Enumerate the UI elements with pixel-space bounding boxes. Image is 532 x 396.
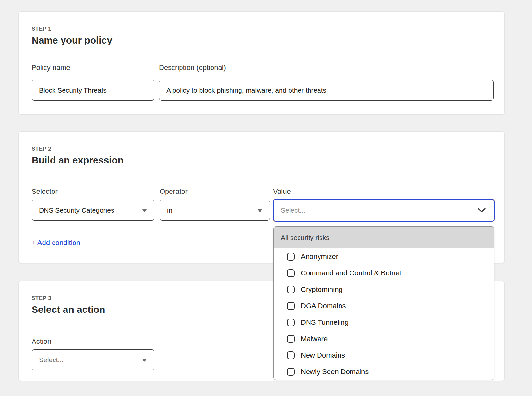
- policy-name-input[interactable]: [32, 80, 154, 101]
- dropdown-option-all-security-risks[interactable]: All security risks: [274, 227, 494, 248]
- option-label: DNS Tunneling: [301, 318, 349, 327]
- caret-down-icon: [257, 209, 262, 212]
- action-select-placeholder: Select...: [39, 356, 64, 364]
- caret-down-icon: [142, 209, 147, 212]
- operator-select-value: in: [167, 206, 172, 214]
- description-input[interactable]: [159, 80, 494, 101]
- step1-label: STEP 1: [32, 26, 51, 32]
- dropdown-option[interactable]: DNS Tunneling: [274, 314, 494, 331]
- checkbox[interactable]: [287, 253, 295, 261]
- checkbox[interactable]: [287, 319, 295, 326]
- dropdown-option[interactable]: Malware: [274, 331, 494, 347]
- step2-label: STEP 2: [32, 146, 51, 152]
- value-dropdown-panel: All security risks Anonymizer Command an…: [273, 226, 494, 380]
- step1-card: STEP 1 Name your policy Policy name Desc…: [18, 11, 505, 115]
- option-label: New Domains: [301, 351, 345, 360]
- selector-label: Selector: [32, 187, 58, 196]
- caret-down-icon: [142, 359, 147, 362]
- dropdown-option[interactable]: Anonymizer: [274, 248, 494, 265]
- operator-label: Operator: [160, 187, 188, 196]
- policy-builder-page: STEP 1 Name your policy Policy name Desc…: [0, 0, 532, 396]
- step1-title: Name your policy: [32, 35, 112, 46]
- value-select[interactable]: Select...: [273, 199, 495, 222]
- action-label: Action: [32, 337, 51, 346]
- option-label: Malware: [301, 335, 328, 343]
- dropdown-option[interactable]: Cryptomining: [274, 281, 494, 298]
- checkbox[interactable]: [287, 302, 295, 310]
- dropdown-option[interactable]: Command and Control & Botnet: [274, 265, 494, 281]
- checkbox[interactable]: [287, 335, 295, 343]
- add-condition-link[interactable]: + Add condition: [32, 239, 80, 247]
- value-label: Value: [273, 187, 291, 196]
- checkbox[interactable]: [287, 351, 295, 359]
- option-label: Anonymizer: [301, 252, 338, 261]
- dropdown-option[interactable]: Newly Seen Domains: [274, 363, 494, 380]
- chevron-down-icon: [478, 208, 486, 213]
- option-label: Cryptomining: [301, 285, 343, 294]
- step2-title: Build an expression: [32, 155, 123, 166]
- option-label: Newly Seen Domains: [301, 368, 369, 376]
- option-label: Command and Control & Botnet: [301, 269, 401, 277]
- policy-name-label: Policy name: [32, 64, 70, 72]
- value-select-placeholder: Select...: [281, 206, 305, 214]
- selector-select-value: DNS Security Categories: [39, 206, 114, 214]
- step3-label: STEP 3: [32, 295, 51, 302]
- dropdown-option[interactable]: DGA Domains: [274, 298, 494, 314]
- checkbox[interactable]: [287, 368, 295, 376]
- description-label: Description (optional): [159, 64, 226, 72]
- step3-title: Select an action: [32, 304, 105, 315]
- selector-select[interactable]: DNS Security Categories: [32, 200, 154, 221]
- dropdown-option[interactable]: New Domains: [274, 347, 494, 363]
- option-label: DGA Domains: [301, 302, 346, 310]
- action-select[interactable]: Select...: [32, 349, 154, 370]
- checkbox[interactable]: [287, 286, 295, 293]
- checkbox[interactable]: [287, 269, 295, 277]
- operator-select[interactable]: in: [160, 200, 270, 221]
